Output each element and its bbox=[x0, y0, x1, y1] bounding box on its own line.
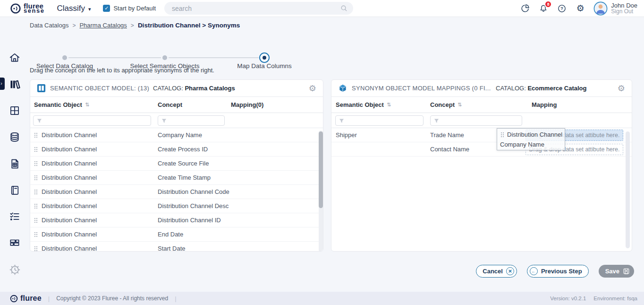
wizard-stepper: Select Data Catalog Select Semantic Obje… bbox=[29, 34, 360, 58]
cell-semantic-object: Distribution Channel bbox=[42, 160, 158, 167]
sidebar-item-data-files[interactable] bbox=[0, 150, 29, 177]
breadcrumb-data-catalogs[interactable]: Data Catalogs bbox=[30, 22, 68, 29]
semantic-row-1[interactable]: Distribution ChannelCreate Process ID bbox=[30, 142, 323, 157]
drag-handle-icon[interactable] bbox=[34, 189, 38, 195]
drag-handle-icon[interactable] bbox=[34, 175, 38, 181]
footer-logo-text: fluree bbox=[20, 294, 42, 303]
left-panel-title: SEMANTIC OBJECT MODEL: (13) bbox=[50, 85, 149, 92]
start-by-default-group: ✓ Start by Default bbox=[103, 5, 156, 12]
left-filter-row bbox=[30, 113, 323, 128]
right-filter-row bbox=[331, 113, 632, 128]
drag-handle-icon[interactable] bbox=[34, 147, 38, 152]
fluree-logo-icon bbox=[9, 2, 22, 15]
sidebar-item-dictionary[interactable] bbox=[0, 177, 29, 203]
sidebar-item-home[interactable] bbox=[0, 44, 29, 71]
cell-concept: Create Source File bbox=[158, 160, 231, 167]
filter-input-semantic-object[interactable] bbox=[335, 115, 424, 126]
settings-gear-icon[interactable]: ⚙ bbox=[575, 3, 585, 14]
filter-input-concept[interactable] bbox=[430, 115, 522, 126]
previous-step-button[interactable]: ← Previous Step bbox=[527, 265, 589, 278]
bricks-icon bbox=[8, 237, 21, 249]
drag-handle-icon[interactable] bbox=[34, 203, 38, 209]
drag-handle-icon[interactable] bbox=[34, 218, 38, 223]
sort-icon[interactable]: ⇅ bbox=[458, 102, 462, 108]
start-by-default-checkbox[interactable]: ✓ bbox=[103, 5, 110, 12]
filter-input-concept[interactable] bbox=[158, 115, 225, 126]
semantic-row-3[interactable]: Distribution ChannelCreate Time Stamp bbox=[30, 171, 323, 185]
semantic-row-5[interactable]: Distribution ChannelDistribution Channel… bbox=[30, 199, 323, 213]
notifications-bell-icon[interactable]: 8 bbox=[538, 3, 549, 14]
column-semantic-object[interactable]: Semantic Object⇅ bbox=[34, 101, 158, 108]
semantic-row-6[interactable]: Distribution ChannelDistribution Channel… bbox=[30, 213, 323, 227]
catalog-label: CATALOG: bbox=[496, 85, 526, 92]
cell-semantic-object: Distribution Channel bbox=[42, 174, 158, 181]
semantic-row-8[interactable]: Distribution ChannelStart Date bbox=[30, 242, 323, 252]
funnel-icon bbox=[37, 118, 42, 123]
breadcrumb-separator-icon: > bbox=[131, 22, 134, 29]
product-menu-label: Classify bbox=[57, 4, 85, 13]
semantic-row-4[interactable]: Distribution ChannelDistribution Channel… bbox=[30, 185, 323, 199]
semantic-row-0[interactable]: Distribution ChannelCompany Name bbox=[30, 128, 323, 142]
semantic-row-7[interactable]: Distribution ChannelEnd Date bbox=[30, 227, 323, 242]
drag-handle-icon[interactable] bbox=[34, 232, 38, 237]
app-window: fluree sense Classify ▾ ✓ Start by Defau… bbox=[0, 0, 644, 305]
analytics-pie-icon[interactable] bbox=[520, 3, 530, 14]
sidebar-item-database[interactable] bbox=[0, 124, 29, 150]
semantic-object-model-panel: SEMANTIC OBJECT MODEL: (13) CATALOG: Pha… bbox=[30, 79, 323, 252]
copyright-text: Copyright © 2023 Fluree - All rights res… bbox=[56, 295, 168, 302]
sidebar-item-grid[interactable] bbox=[0, 97, 29, 124]
grid-icon bbox=[8, 105, 21, 117]
drag-instruction-text: Drag the concept on the left to its appr… bbox=[30, 67, 214, 74]
catalog-value: Pharma Catalogs bbox=[185, 85, 235, 92]
cell-concept: Distribution Channel ID bbox=[158, 217, 231, 224]
breadcrumb-pharma-catalogs[interactable]: Pharma Catalogs bbox=[79, 22, 127, 29]
columns-icon bbox=[37, 84, 46, 93]
right-scrollbar-thumb[interactable] bbox=[626, 131, 630, 248]
database-icon bbox=[8, 131, 21, 143]
sidebar-expand-chevron-icon[interactable]: › bbox=[0, 78, 5, 90]
search-input[interactable] bbox=[164, 2, 353, 15]
step-dot-2 bbox=[162, 55, 167, 60]
home-icon bbox=[8, 52, 21, 64]
footer-divider: | bbox=[48, 295, 50, 302]
sign-out-link[interactable]: Sign Out bbox=[611, 9, 637, 15]
right-panel-gear-icon[interactable]: ⚙ bbox=[618, 84, 625, 93]
notification-badge: 8 bbox=[544, 0, 552, 8]
sort-icon[interactable]: ⇅ bbox=[85, 102, 89, 108]
funnel-icon bbox=[434, 118, 439, 123]
drag-handle-icon[interactable] bbox=[34, 132, 38, 138]
cell-semantic-object: Distribution Channel bbox=[42, 231, 158, 238]
fluree-sense-logo[interactable]: fluree sense bbox=[9, 2, 44, 15]
drag-handle-icon[interactable] bbox=[34, 246, 38, 252]
cell-semantic-object: Distribution Channel bbox=[42, 202, 158, 209]
filter-input-semantic-object[interactable] bbox=[33, 115, 151, 126]
main-content: Data Catalogs > Pharma Catalogs > Distri… bbox=[29, 17, 644, 292]
drag-handle-icon[interactable] bbox=[34, 161, 38, 166]
funnel-icon bbox=[339, 118, 344, 123]
semantic-row-2[interactable]: Distribution ChannelCreate Source File bbox=[30, 157, 323, 171]
left-scrollbar-thumb[interactable] bbox=[319, 131, 323, 208]
cell-semantic-object: Distribution Channel bbox=[42, 245, 158, 252]
left-panel-gear-icon[interactable]: ⚙ bbox=[309, 84, 316, 93]
cancel-button[interactable]: Cancel ✕ bbox=[476, 265, 517, 278]
right-panel-title: SYNONYM OBJECT MODEL MAPPINGS (0 FI... bbox=[352, 85, 491, 92]
ghost-semantic-object: Distribution Channel bbox=[507, 131, 562, 138]
help-icon[interactable]: ? bbox=[557, 3, 567, 14]
user-menu[interactable]: John Doe Sign Out bbox=[593, 1, 637, 16]
user-name: John Doe bbox=[611, 2, 637, 9]
column-mapping: Mapping bbox=[532, 101, 632, 108]
sort-icon[interactable]: ⇅ bbox=[387, 102, 391, 108]
column-semantic-object[interactable]: Semantic Object⇅ bbox=[336, 101, 430, 108]
sidebar-item-checklist[interactable] bbox=[0, 203, 29, 230]
product-menu-dropdown[interactable]: Classify ▾ bbox=[57, 4, 91, 13]
avatar bbox=[593, 1, 608, 16]
step-dot-1 bbox=[62, 55, 67, 60]
step-label-3: Map Data Columns bbox=[237, 62, 292, 70]
top-right-icons: 8 ? ⚙ John Doe Sign Out bbox=[520, 1, 637, 16]
sidebar-item-data-catalogs[interactable]: › bbox=[0, 71, 29, 97]
sidebar-item-datasets[interactable] bbox=[0, 230, 29, 256]
sidebar-item-settings-pending[interactable] bbox=[0, 256, 29, 283]
column-concept[interactable]: Concept⇅ bbox=[430, 101, 532, 108]
save-button[interactable]: Save bbox=[599, 265, 634, 278]
search-bar bbox=[164, 2, 353, 15]
